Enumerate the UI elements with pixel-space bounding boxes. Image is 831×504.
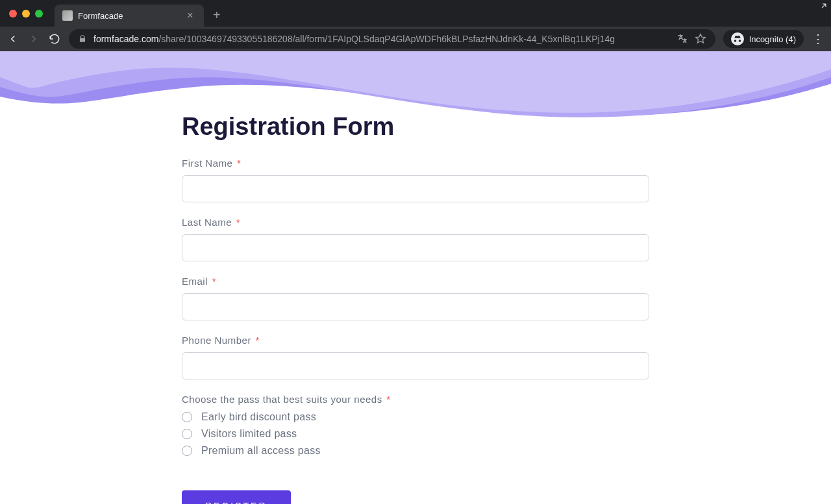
url-path: /share/100346974933055186208/all/form/1F… <box>158 34 615 44</box>
first-name-field: First Name * <box>182 158 649 202</box>
pass-choice-label: Choose the pass that best suits your nee… <box>182 394 649 405</box>
window-maximize-icon[interactable] <box>35 10 43 18</box>
url-domain: formfacade.com <box>93 34 158 44</box>
tab-strip: Formfacade × + <box>0 0 831 27</box>
first-name-label: First Name * <box>182 158 649 169</box>
browser-toolbar: formfacade.com/share/1003469749330551862… <box>0 27 831 51</box>
required-mark: * <box>233 217 240 228</box>
pass-choice-field: Choose the pass that best suits your nee… <box>182 394 649 457</box>
form-title: Registration Form <box>182 113 649 141</box>
incognito-badge[interactable]: Incognito (4) <box>723 30 804 48</box>
pass-option-premium[interactable]: Premium all access pass <box>182 445 649 457</box>
radio-icon <box>182 412 192 422</box>
expand-window-icon[interactable] <box>819 1 828 12</box>
translate-icon[interactable] <box>676 33 688 45</box>
forward-button[interactable] <box>27 32 40 45</box>
pass-radio-group: Early bird discount pass Visitors limite… <box>182 411 649 457</box>
menu-button[interactable]: ⋮ <box>812 32 825 46</box>
window-minimize-icon[interactable] <box>22 10 30 18</box>
radio-label: Visitors limited pass <box>201 428 297 440</box>
tab-title: Formfacade <box>78 11 179 21</box>
radio-label: Early bird discount pass <box>201 411 316 423</box>
reload-button[interactable] <box>48 32 61 45</box>
last-name-input[interactable] <box>182 234 649 261</box>
incognito-icon <box>731 32 744 45</box>
email-label: Email * <box>182 276 649 287</box>
last-name-label: Last Name * <box>182 217 649 228</box>
email-field: Email * <box>182 276 649 320</box>
url-text: formfacade.com/share/1003469749330551862… <box>93 34 670 44</box>
radio-icon <box>182 446 192 456</box>
page-content: Registration Form First Name * Last Name… <box>0 51 831 504</box>
back-button[interactable] <box>6 32 19 45</box>
required-mark: * <box>209 276 216 287</box>
email-input[interactable] <box>182 293 649 320</box>
radio-icon <box>182 429 192 439</box>
registration-form: Registration Form First Name * Last Name… <box>182 51 649 504</box>
first-name-input[interactable] <box>182 175 649 202</box>
required-mark: * <box>384 394 391 405</box>
pass-option-visitors[interactable]: Visitors limited pass <box>182 428 649 440</box>
pass-option-early-bird[interactable]: Early bird discount pass <box>182 411 649 423</box>
register-button[interactable]: REGISTER <box>182 490 291 504</box>
required-mark: * <box>253 335 260 346</box>
lock-icon <box>78 34 87 43</box>
required-mark: * <box>234 158 241 169</box>
phone-label: Phone Number * <box>182 335 649 346</box>
tab-favicon-icon <box>62 10 73 21</box>
window-controls <box>9 10 43 18</box>
phone-field: Phone Number * <box>182 335 649 379</box>
radio-label: Premium all access pass <box>201 445 321 457</box>
browser-tab[interactable]: Formfacade × <box>55 5 204 27</box>
address-bar[interactable]: formfacade.com/share/1003469749330551862… <box>69 29 715 49</box>
browser-chrome: Formfacade × + formfacade.com/share/1003… <box>0 0 831 51</box>
last-name-field: Last Name * <box>182 217 649 261</box>
window-close-icon[interactable] <box>9 10 17 18</box>
phone-input[interactable] <box>182 352 649 379</box>
new-tab-button[interactable]: + <box>213 8 221 23</box>
incognito-label: Incognito (4) <box>749 34 796 44</box>
star-icon[interactable] <box>695 33 706 45</box>
tab-close-icon[interactable]: × <box>184 10 196 21</box>
